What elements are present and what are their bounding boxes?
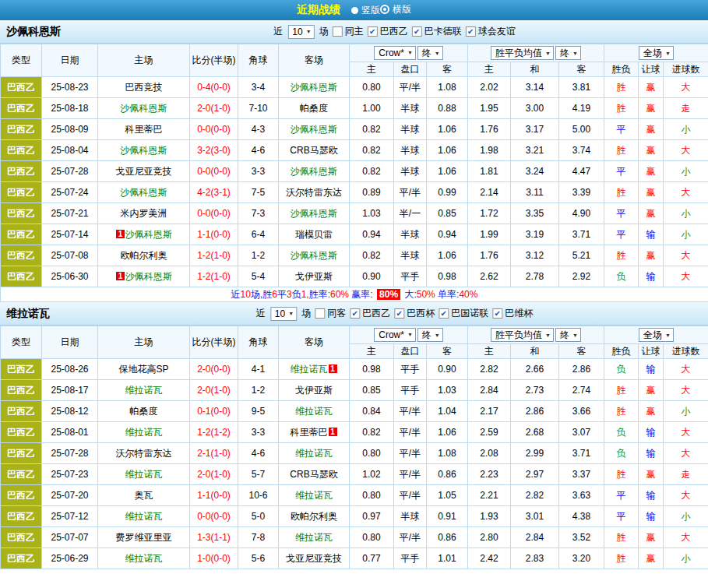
- team-link[interactable]: 沙佩科恩斯: [291, 250, 337, 261]
- team-link[interactable]: 沙佩科恩斯: [121, 103, 167, 114]
- away-team-cell[interactable]: 戈亚尼亚竞技: [279, 548, 350, 569]
- home-team-cell[interactable]: 巴西竞技: [98, 77, 190, 98]
- team-link[interactable]: 维拉诺瓦: [125, 553, 163, 564]
- team-link[interactable]: 沙佩科恩斯: [291, 82, 337, 93]
- layout-radio-0[interactable]: 竖版: [351, 4, 380, 17]
- away-team-cell[interactable]: 瑞模贝雷: [279, 224, 350, 245]
- away-team-cell[interactable]: CRB马瑟欧: [279, 140, 350, 161]
- scope-select[interactable]: 全场▼: [639, 46, 674, 60]
- away-team-cell[interactable]: 维拉诺瓦1: [279, 359, 350, 380]
- team-link[interactable]: 沃尔特雷东达: [116, 448, 172, 459]
- away-team-cell[interactable]: 欧帕尔利奥: [279, 506, 350, 527]
- games-count-select[interactable]: 10▼: [270, 307, 297, 321]
- team-link[interactable]: 维拉诺瓦: [125, 385, 163, 396]
- team-link[interactable]: 沙佩科恩斯: [291, 208, 337, 219]
- filter-checkbox-0[interactable]: 同主: [333, 25, 364, 38]
- team-link[interactable]: 欧帕尔利奥: [121, 250, 167, 261]
- home-team-cell[interactable]: 沙佩科恩斯: [98, 140, 190, 161]
- team-link[interactable]: 保地花高SP: [118, 364, 168, 375]
- team-link[interactable]: 维拉诺瓦: [125, 427, 163, 438]
- filter-checkbox-3[interactable]: ✔球会友谊: [466, 25, 516, 38]
- odds-company-select[interactable]: Crow*▼: [374, 46, 416, 60]
- home-team-cell[interactable]: 沃尔特雷东达: [98, 443, 190, 464]
- away-team-cell[interactable]: 维拉诺瓦: [279, 527, 350, 548]
- team-link[interactable]: 戈伊亚斯: [295, 271, 333, 282]
- team-link[interactable]: 米内罗美洲: [121, 208, 167, 219]
- team-link[interactable]: 戈亚尼亚竞技: [286, 553, 342, 564]
- filter-checkbox-2[interactable]: ✔巴卡德联: [412, 25, 462, 38]
- home-team-cell[interactable]: 1沙佩科恩斯: [98, 266, 190, 287]
- filter-checkbox-2[interactable]: ✔巴西杯: [394, 307, 435, 320]
- away-team-cell[interactable]: 沙佩科恩斯: [279, 119, 350, 140]
- away-team-cell[interactable]: CRB马瑟欧: [279, 464, 350, 485]
- team-link[interactable]: CRB马瑟欧: [290, 469, 337, 480]
- home-team-cell[interactable]: 维拉诺瓦: [98, 506, 190, 527]
- away-team-cell[interactable]: 沃尔特雷东达: [279, 182, 350, 203]
- odds-time-select[interactable]: 终▼: [417, 328, 443, 342]
- filter-checkbox-0[interactable]: 同客: [315, 307, 346, 320]
- away-team-cell[interactable]: 沙佩科恩斯: [279, 161, 350, 182]
- team-link[interactable]: 巴西竞技: [125, 82, 163, 93]
- team-link[interactable]: 欧帕尔利奥: [291, 511, 337, 522]
- team-link[interactable]: 沙佩科恩斯: [291, 124, 337, 135]
- team-link[interactable]: 维拉诺瓦: [291, 364, 328, 375]
- avg-time-select[interactable]: 终▼: [555, 328, 581, 342]
- home-team-cell[interactable]: 维拉诺瓦: [98, 464, 190, 485]
- avg-type-select[interactable]: 胜平负均值▼: [491, 328, 554, 342]
- away-team-cell[interactable]: 维拉诺瓦: [279, 485, 350, 506]
- away-team-cell[interactable]: 维拉诺瓦: [279, 443, 350, 464]
- team-link[interactable]: 维拉诺瓦: [295, 448, 333, 459]
- away-team-cell[interactable]: 沙佩科恩斯: [279, 245, 350, 266]
- home-team-cell[interactable]: 戈亚尼亚竞技: [98, 161, 190, 182]
- home-team-cell[interactable]: 沙佩科恩斯: [98, 98, 190, 119]
- home-team-cell[interactable]: 科里蒂巴: [98, 119, 190, 140]
- home-team-cell[interactable]: 费罗维亚里亚: [98, 527, 190, 548]
- away-team-cell[interactable]: 戈伊亚斯: [279, 380, 350, 401]
- filter-checkbox-3[interactable]: ✔巴国诺联: [439, 307, 488, 320]
- filter-checkbox-1[interactable]: ✔巴西乙: [368, 25, 408, 38]
- home-team-cell[interactable]: 保地花高SP: [98, 359, 190, 380]
- filter-checkbox-1[interactable]: ✔巴西乙: [350, 307, 390, 320]
- scope-select[interactable]: 全场▼: [639, 328, 674, 342]
- team-link[interactable]: 帕桑度: [300, 103, 328, 114]
- team-link[interactable]: 科里蒂巴: [291, 427, 328, 438]
- home-team-cell[interactable]: 维拉诺瓦: [98, 548, 190, 569]
- team-link[interactable]: 维拉诺瓦: [125, 469, 163, 480]
- team-link[interactable]: 沙佩科恩斯: [291, 166, 337, 177]
- home-team-cell[interactable]: 沙佩科恩斯: [98, 182, 190, 203]
- home-team-cell[interactable]: 奥瓦: [98, 485, 190, 506]
- home-team-cell[interactable]: 1沙佩科恩斯: [98, 224, 190, 245]
- games-count-select[interactable]: 10▼: [287, 25, 314, 39]
- home-team-cell[interactable]: 维拉诺瓦: [98, 380, 190, 401]
- away-team-cell[interactable]: 沙佩科恩斯: [279, 203, 350, 224]
- team-link[interactable]: 沙佩科恩斯: [125, 271, 172, 282]
- home-team-cell[interactable]: 米内罗美洲: [98, 203, 190, 224]
- team-link[interactable]: 费罗维亚里亚: [116, 532, 172, 543]
- team-link[interactable]: 科里蒂巴: [125, 124, 163, 135]
- layout-radio-1[interactable]: 横版: [380, 3, 411, 16]
- home-team-cell[interactable]: 维拉诺瓦: [98, 422, 190, 443]
- team-link[interactable]: 沙佩科恩斯: [125, 229, 172, 240]
- team-link[interactable]: 维拉诺瓦: [295, 490, 333, 501]
- team-link[interactable]: 瑞模贝雷: [295, 229, 333, 240]
- avg-type-select[interactable]: 胜平负均值▼: [491, 46, 554, 60]
- team-link[interactable]: 沃尔特雷东达: [286, 187, 342, 198]
- team-link[interactable]: 奥瓦: [135, 490, 153, 501]
- odds-time-select[interactable]: 终▼: [417, 46, 443, 60]
- filter-checkbox-4[interactable]: ✔巴维杯: [492, 307, 533, 320]
- away-team-cell[interactable]: 科里蒂巴1: [279, 422, 350, 443]
- team-link[interactable]: 戈亚尼亚竞技: [116, 166, 172, 177]
- team-link[interactable]: 沙佩科恩斯: [121, 187, 167, 198]
- away-team-cell[interactable]: 帕桑度: [279, 98, 350, 119]
- team-link[interactable]: 戈伊亚斯: [295, 385, 333, 396]
- away-team-cell[interactable]: 维拉诺瓦: [279, 401, 350, 422]
- away-team-cell[interactable]: 沙佩科恩斯: [279, 77, 350, 98]
- home-team-cell[interactable]: 欧帕尔利奥: [98, 245, 190, 266]
- team-link[interactable]: 维拉诺瓦: [125, 511, 163, 522]
- team-link[interactable]: 维拉诺瓦: [295, 406, 333, 417]
- team-link[interactable]: CRB马瑟欧: [290, 145, 337, 156]
- avg-time-select[interactable]: 终▼: [555, 46, 581, 60]
- team-link[interactable]: 帕桑度: [130, 406, 158, 417]
- away-team-cell[interactable]: 戈伊亚斯: [279, 266, 350, 287]
- team-link[interactable]: 沙佩科恩斯: [121, 145, 167, 156]
